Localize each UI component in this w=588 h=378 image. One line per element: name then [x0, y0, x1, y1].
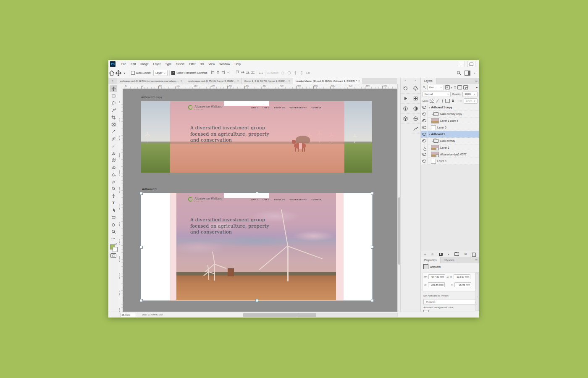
tool-history-brush[interactable]: [110, 157, 117, 163]
panel-icon-swatches[interactable]: [411, 94, 420, 104]
tool-eyedropper[interactable]: [110, 128, 117, 135]
selection-handle[interactable]: [140, 192, 143, 195]
selection-handle[interactable]: [140, 246, 143, 249]
filter-adjustment-icon[interactable]: ◐: [451, 86, 453, 89]
tool-dodge[interactable]: [110, 185, 117, 192]
artboard-preset-dropdown[interactable]: Custom ∨: [423, 299, 479, 305]
align-top-icon[interactable]: [236, 70, 240, 74]
visibility-cell[interactable]: [421, 144, 428, 151]
tool-path-selection[interactable]: [110, 207, 117, 213]
close-tab-icon[interactable]: ×: [358, 79, 360, 82]
close-tab-icon[interactable]: ×: [181, 79, 182, 82]
tool-hand[interactable]: [110, 221, 117, 228]
background-color-swatch[interactable]: [113, 247, 118, 252]
menu-select[interactable]: Select: [174, 63, 186, 66]
layer-name[interactable]: Artboard 1 copy: [431, 106, 452, 109]
align-center-h-icon[interactable]: [216, 70, 220, 74]
visibility-eye-icon[interactable]: [422, 113, 426, 116]
blend-mode-dropdown[interactable]: Normal∨: [423, 92, 451, 97]
minimize-button[interactable]: [457, 61, 465, 67]
close-tab-icon[interactable]: ×: [289, 79, 290, 82]
lock-position-icon[interactable]: [441, 99, 444, 103]
tool-edit-toolbar[interactable]: •••: [110, 235, 117, 242]
collapse-panels-chevron[interactable]: «: [411, 78, 420, 84]
tool-quick-selection[interactable]: [110, 107, 117, 113]
selection-handle[interactable]: [371, 192, 374, 195]
menu-type[interactable]: Type: [163, 63, 173, 66]
maximize-button[interactable]: [467, 61, 475, 67]
tool-spot-healing[interactable]: [110, 135, 117, 142]
layer-name[interactable]: Artboard 1: [431, 133, 445, 136]
width-field[interactable]: 677.33 mm: [428, 274, 445, 279]
filter-kind-dropdown[interactable]: Kind∨: [427, 85, 444, 90]
document-tab-4[interactable]: Header Master (1).psd @ 48.5% (Artboard …: [293, 78, 363, 84]
filter-type-icon[interactable]: T: [454, 86, 456, 89]
canvas-area[interactable]: Artboard 1 copyAlbanwise WallaceESTATESL…: [123, 89, 397, 312]
auto-select-checkbox[interactable]: [131, 71, 135, 75]
selection-handle[interactable]: [255, 299, 258, 302]
panel-icon-paths[interactable]: [411, 124, 420, 134]
visibility-cell[interactable]: [421, 151, 428, 158]
tool-rectangular-marquee[interactable]: [110, 92, 117, 99]
distribute-h-icon[interactable]: [226, 70, 230, 74]
align-left-icon[interactable]: [211, 70, 215, 74]
tool-zoom[interactable]: [110, 228, 117, 235]
layer-name[interactable]: Albanwise-day1-0077: [440, 153, 467, 156]
expand-chevron-icon[interactable]: ∨: [428, 133, 430, 136]
visibility-cell[interactable]: [421, 104, 428, 110]
filter-shape-icon[interactable]: [457, 85, 462, 89]
panel-icon-history[interactable]: [401, 84, 410, 94]
align-middle-icon[interactable]: [241, 70, 245, 74]
lock-transparency-icon[interactable]: [430, 99, 434, 103]
workspace-switcher-icon[interactable]: [465, 71, 470, 76]
tool-clone-stamp[interactable]: [110, 150, 117, 156]
artboard-1[interactable]: Albanwise WallaceESTATESLINK 1LINK 2ABOU…: [141, 193, 372, 300]
align-right-icon[interactable]: [221, 70, 225, 74]
visibility-cell[interactable]: [421, 111, 428, 117]
show-transform-checkbox[interactable]: ✓: [171, 71, 175, 75]
collapse-panels-chevron[interactable]: «: [401, 78, 410, 84]
move-tool-option-icon[interactable]: [115, 70, 122, 76]
tool-crop[interactable]: [110, 114, 117, 121]
layer-thumbnail[interactable]: [431, 159, 436, 164]
panel-icon-color[interactable]: [411, 84, 420, 94]
lock-paint-icon[interactable]: [436, 99, 439, 103]
more-options-icon[interactable]: •••: [259, 71, 263, 74]
chevron-down-icon[interactable]: ∨: [474, 72, 475, 74]
panel-icon-info[interactable]: [401, 104, 410, 114]
visibility-cell[interactable]: [421, 138, 428, 144]
properties-scrollbar[interactable]: ∧∨: [475, 272, 479, 311]
layer-name[interactable]: Layer 1: [440, 146, 449, 149]
document-tab-1[interactable]: webpage.psd @ 12.5% (screencapture-marve…: [117, 78, 185, 84]
height-field[interactable]: 313.97 mm: [454, 274, 470, 279]
close-tab-icon[interactable]: ×: [237, 79, 239, 82]
expand-chevron-icon[interactable]: ›: [432, 140, 433, 142]
layer-row[interactable]: ∨Artboard 1 copy: [421, 104, 479, 111]
visibility-eye-icon[interactable]: [422, 153, 426, 156]
visibility-cell[interactable]: [421, 124, 428, 131]
selection-handle[interactable]: [140, 299, 143, 302]
home-button[interactable]: [108, 70, 115, 76]
y-field[interactable]: -95.96 mm: [454, 282, 471, 287]
visibility-cell[interactable]: [421, 131, 428, 137]
selection-handle[interactable]: [371, 246, 374, 249]
lock-all-icon[interactable]: [451, 99, 455, 103]
layer-thumbnail[interactable]: [431, 125, 436, 130]
artboard-label[interactable]: Artboard 1 copy: [141, 96, 162, 99]
visibility-cell[interactable]: [421, 118, 428, 124]
panel-menu-icon[interactable]: ☰: [475, 79, 478, 83]
new-layer-icon[interactable]: ⊞: [465, 252, 467, 256]
menu-filter[interactable]: Filter: [187, 63, 198, 66]
artboard-1-copy[interactable]: Albanwise WallaceESTATESLINK 1LINK 2ABOU…: [141, 101, 372, 173]
delete-layer-icon[interactable]: [472, 253, 476, 257]
tool-frame[interactable]: [110, 121, 117, 128]
canvas-horizontal-scrollbar[interactable]: [298, 313, 398, 317]
document-tab-2[interactable]: mock page.psd @ 75.1% (Layer 5, RGB/...×: [185, 78, 242, 84]
scrollbar-thumb[interactable]: [243, 313, 316, 317]
layer-style-icon[interactable]: fx: [431, 253, 433, 256]
adjustment-layer-icon[interactable]: ◐: [448, 253, 449, 256]
selection-handle[interactable]: [371, 299, 374, 302]
new-group-icon[interactable]: [454, 252, 459, 256]
link-layers-icon[interactable]: ∞: [424, 253, 426, 256]
visibility-eye-icon[interactable]: [422, 133, 426, 136]
